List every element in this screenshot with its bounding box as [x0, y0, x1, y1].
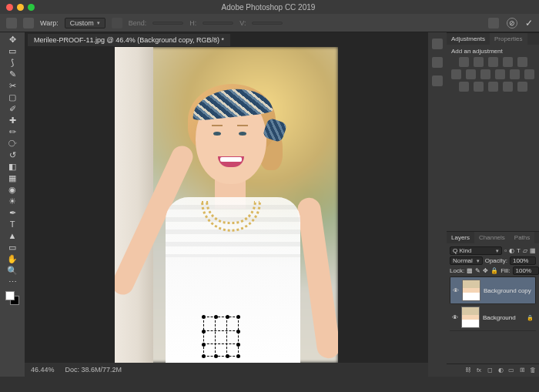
layer-mask-icon[interactable]: ◻ [486, 367, 494, 374]
marquee-tool[interactable]: ▭ [7, 45, 18, 56]
hand-tool[interactable]: ✋ [7, 253, 18, 264]
color-swatches[interactable] [5, 291, 19, 305]
filter-type-icon[interactable]: T [517, 247, 521, 254]
gradient-map-icon[interactable] [503, 82, 513, 92]
invert-icon[interactable] [459, 82, 469, 92]
curves-icon[interactable] [488, 57, 498, 67]
opacity-label: Opacity: [485, 257, 507, 264]
doc-size[interactable]: Doc: 38.6M/77.2M [65, 366, 122, 374]
channels-tab[interactable]: Channels [474, 232, 510, 243]
opacity-input[interactable]: 100% [510, 256, 536, 265]
orientation-toggle-icon[interactable] [112, 18, 122, 28]
maximize-window-button[interactable] [28, 4, 35, 11]
lock-pixels-icon[interactable]: ✎ [475, 267, 480, 274]
v-distort-input[interactable] [252, 22, 283, 25]
selective-color-icon[interactable] [517, 82, 527, 92]
path-select-tool[interactable]: ▲ [7, 230, 18, 241]
channel-mixer-icon[interactable] [510, 69, 520, 79]
filter-pixel-icon[interactable]: ▫ [504, 247, 507, 254]
new-adjustment-icon[interactable]: ◐ [497, 367, 504, 374]
move-tool[interactable]: ✥ [7, 34, 18, 45]
dodge-tool[interactable]: ☀ [7, 196, 18, 206]
clone-stamp-tool[interactable]: ⧂ [7, 138, 18, 149]
layer-row[interactable]: Background copy [450, 276, 536, 304]
layers-panel: Layers Channels Paths Q Kind ▫ ◐ T ▱ ▦ N… [447, 231, 539, 377]
home-icon[interactable] [6, 18, 17, 28]
shape-tool[interactable]: ▭ [7, 242, 18, 253]
layers-tab[interactable]: Layers [447, 232, 474, 243]
pen-tool[interactable]: ✒ [7, 207, 18, 218]
canvas[interactable] [25, 47, 428, 363]
lock-transparency-icon[interactable]: ▩ [467, 267, 473, 274]
lock-position-icon[interactable]: ✥ [483, 267, 488, 274]
layer-name[interactable]: Background copy [484, 287, 531, 294]
healing-brush-tool[interactable]: ✚ [7, 115, 18, 126]
zoom-tool[interactable]: 🔍 [7, 265, 18, 276]
layer-name[interactable]: Background [483, 314, 516, 321]
swatches-panel-icon[interactable] [432, 57, 443, 68]
exposure-icon[interactable] [503, 57, 513, 67]
document-tab[interactable]: Merilee-PROOF-11.jpg @ 46.4% (Background… [28, 34, 230, 46]
close-window-button[interactable] [6, 4, 13, 11]
brightness-contrast-icon[interactable] [459, 57, 469, 67]
crop-tool[interactable]: ✂ [7, 80, 18, 91]
zoom-level[interactable]: 46.44% [31, 366, 55, 374]
new-layer-icon[interactable]: ⊞ [518, 367, 526, 374]
delete-layer-icon[interactable]: 🗑 [529, 367, 537, 374]
layer-row[interactable]: Background [450, 304, 536, 331]
visibility-toggle-icon[interactable] [452, 314, 458, 321]
eraser-tool[interactable]: ◧ [7, 161, 18, 172]
lasso-tool[interactable]: ⟆ [7, 57, 18, 68]
edit-toolbar[interactable]: ⋯ [7, 276, 18, 287]
history-brush-tool[interactable]: ↺ [7, 149, 18, 160]
link-layers-icon[interactable]: ⛓ [464, 367, 472, 374]
layer-thumbnail[interactable] [461, 307, 480, 328]
posterize-icon[interactable] [474, 82, 484, 92]
visibility-toggle-icon[interactable] [453, 287, 459, 294]
bw-icon[interactable] [480, 69, 490, 79]
lock-all-icon[interactable]: 🔒 [490, 267, 498, 274]
hue-sat-icon[interactable] [451, 69, 461, 79]
cancel-transform-button[interactable]: ⊘ [507, 18, 517, 28]
layer-filter-select[interactable]: Q Kind [450, 246, 502, 255]
minimize-window-button[interactable] [17, 4, 24, 11]
frame-tool[interactable]: ▢ [7, 92, 18, 102]
adjustments-panel: Adjustments Properties Add an adjustment [447, 32, 539, 97]
properties-tab[interactable]: Properties [490, 33, 527, 45]
interpolation-icon[interactable] [488, 18, 499, 28]
color-panel-icon[interactable] [432, 39, 443, 49]
brush-tool[interactable]: ✏ [7, 126, 18, 137]
levels-icon[interactable] [474, 57, 484, 67]
vibrance-icon[interactable] [517, 57, 527, 67]
h-distort-label: H: [189, 19, 196, 27]
quick-select-tool[interactable]: ✎ [7, 69, 18, 79]
bend-input[interactable] [152, 22, 183, 25]
image-content [115, 47, 338, 363]
fill-label: Fill: [500, 267, 510, 274]
eyedropper-tool[interactable]: ✐ [7, 103, 18, 114]
gradient-tool[interactable]: ▦ [7, 173, 18, 183]
warp-grid[interactable] [203, 317, 239, 357]
fill-input[interactable]: 100% [513, 266, 539, 275]
adjustments-tab[interactable]: Adjustments [447, 33, 490, 45]
type-tool[interactable]: T [7, 219, 18, 230]
blend-mode-select[interactable]: Normal [450, 256, 483, 265]
bend-label: Bend: [129, 19, 147, 27]
blur-tool[interactable]: ◉ [7, 184, 18, 195]
filter-adj-icon[interactable]: ◐ [509, 247, 514, 254]
h-distort-input[interactable] [203, 22, 233, 25]
color-lookup-icon[interactable] [524, 69, 534, 79]
warp-preset-select[interactable]: Custom [65, 18, 105, 28]
paths-tab[interactable]: Paths [510, 232, 534, 243]
commit-transform-button[interactable]: ✓ [525, 18, 533, 28]
layer-style-icon[interactable]: fx [475, 367, 483, 374]
photo-filter-icon[interactable] [495, 69, 505, 79]
color-balance-icon[interactable] [466, 69, 476, 79]
new-group-icon[interactable]: ▭ [507, 367, 515, 374]
layer-thumbnail[interactable] [462, 280, 480, 301]
filter-smart-icon[interactable]: ▦ [530, 247, 536, 254]
libraries-panel-icon[interactable] [432, 75, 443, 86]
transform-tool-icon[interactable] [23, 18, 34, 28]
threshold-icon[interactable] [488, 82, 498, 92]
filter-shape-icon[interactable]: ▱ [523, 247, 527, 254]
